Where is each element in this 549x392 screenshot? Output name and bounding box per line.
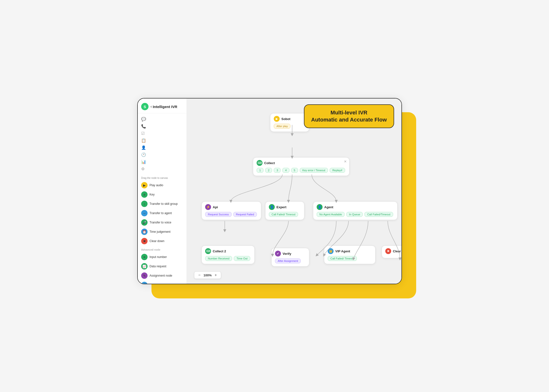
play-audio-icon: ▶	[141, 182, 148, 188]
collect-node[interactable]: ✕ ⌨ Collect 1 2 3 4 5 Key error / Timeou…	[253, 157, 349, 176]
node-data-request[interactable]: 📈 Data request	[140, 262, 184, 271]
sidebar-header: S ‹ Intelligent IVR	[138, 103, 187, 113]
agent-title: Agent	[324, 205, 333, 209]
sobot-node[interactable]: ▶ Sobot After play	[270, 113, 309, 132]
node-transfer-skill[interactable]: ↕ Transfer to skill group	[140, 199, 184, 208]
data-request-label: Data request	[150, 265, 166, 268]
api-badge-success: Request Success	[205, 212, 232, 217]
data-request-icon: 📈	[141, 263, 148, 270]
collect2-node-header: ⌨ Collect 2	[205, 248, 251, 254]
sidebar-icon-check[interactable]: ☑	[140, 130, 184, 137]
collect2-title: Collect 2	[213, 249, 226, 253]
api-title: Api	[213, 205, 218, 209]
back-arrow-icon: ‹	[150, 104, 152, 109]
expert-node[interactable]: 👤 Expert Call Failed/ Timeout	[265, 201, 304, 220]
key-icon: #	[141, 191, 148, 198]
advanced-section-label: Advanced node	[138, 246, 187, 252]
time-judgement-icon: ⏰	[141, 229, 148, 235]
api-badges: Request Success Request Failed	[205, 211, 258, 217]
node-transfer-voice[interactable]: 🎤 Transfer to voice	[140, 218, 184, 227]
node-transfer-agent[interactable]: ↔ Transfer to agent	[140, 209, 184, 218]
api-node-header: ⚡ Api	[205, 204, 258, 210]
clear-down-node-header: ✖ Clear Down	[385, 248, 401, 254]
branch-label: Branch	[150, 283, 159, 284]
collect-key-5: 5	[291, 168, 298, 173]
clear-down-node[interactable]: ✖ Clear Down	[382, 245, 401, 258]
sobot-badge: After play	[274, 124, 290, 129]
agent-badge-no-agent: No Agent Available	[317, 212, 345, 217]
vip-agent-icon: 👑	[328, 248, 334, 254]
agent-node[interactable]: 👤 Agent No Agent Available In Queue Call…	[313, 201, 398, 220]
collect-key-error: Key error / Timeout	[300, 168, 328, 173]
collect2-badge-timeout: Time Out	[234, 256, 250, 261]
sidebar-icon-chat[interactable]: 💬	[140, 116, 184, 122]
verify-badge: After Assignment	[275, 258, 301, 263]
sidebar-icon-clock[interactable]: 🕐	[140, 151, 184, 158]
transfer-skill-icon: ↕	[141, 201, 148, 207]
sidebar-icon-strip: 💬 📞 ☑ 📋 👤 🕐 📊	[138, 113, 187, 175]
sidebar-icon-gear[interactable]: ⚙	[140, 166, 184, 172]
node-play-audio[interactable]: ▶ Play audio	[140, 181, 184, 190]
collect-close-button[interactable]: ✕	[344, 159, 347, 163]
collect2-icon: ⌨	[205, 248, 211, 254]
sidebar-icon-chart[interactable]: 📊	[140, 159, 184, 165]
zoom-out-button[interactable]: −	[197, 273, 201, 277]
sidebar: S ‹ Intelligent IVR 💬 📞 ☑ 📋	[138, 98, 187, 284]
time-judgement-label: Time judgement	[150, 230, 171, 233]
node-clear-down[interactable]: ✖ Clear down	[140, 237, 184, 245]
clear-down-node-icon: ✖	[385, 248, 391, 254]
vip-agent-badge: Call Failed/ Timeout	[328, 256, 357, 261]
transfer-agent-label: Transfer to agent	[150, 211, 172, 215]
avatar: S	[141, 103, 149, 110]
collect-key-replay: Replay#	[330, 168, 345, 173]
key-label: Key	[150, 193, 155, 196]
expert-node-header: 👤 Expert	[269, 204, 301, 210]
collect-key-3: 3	[274, 168, 281, 173]
input-number-icon: ≡	[141, 254, 148, 260]
sobot-icon: ▶	[274, 116, 280, 122]
api-node[interactable]: ⚡ Api Request Success Request Failed	[201, 201, 261, 220]
collect-key-1: 1	[257, 168, 263, 173]
sidebar-icon-phone[interactable]: 📞	[140, 123, 184, 130]
transfer-skill-label: Transfer to skill group	[150, 202, 178, 206]
input-number-label: Input number	[150, 255, 167, 259]
node-key[interactable]: # Key	[140, 190, 184, 199]
sidebar-icon-user[interactable]: 👤	[140, 144, 184, 151]
transfer-voice-icon: 🎤	[141, 219, 148, 226]
sobot-node-header: ▶ Sobot	[274, 116, 306, 122]
vip-agent-node-header: 👑 VIP Agent	[328, 248, 372, 254]
canvas-area[interactable]: Multi-level IVR Automatic and Accurate F…	[187, 98, 401, 284]
node-assignment[interactable]: ✎ Assignment node	[140, 271, 184, 280]
vip-agent-badges: Call Failed/ Timeout	[328, 256, 372, 261]
agent-node-header: 👤 Agent	[317, 204, 394, 210]
verify-node[interactable]: ✔ Verify After Assignment	[271, 248, 309, 267]
main-card: S ‹ Intelligent IVR 💬 📞 ☑ 📋	[137, 98, 402, 284]
vip-agent-node[interactable]: 👑 VIP Agent Call Failed/ Timeout	[324, 245, 375, 264]
sidebar-icon-clipboard[interactable]: 📋	[140, 137, 184, 144]
play-audio-label: Play audio	[150, 184, 163, 187]
back-button[interactable]: ‹ Intelligent IVR	[150, 104, 177, 109]
collect-badges: 1 2 3 4 5 Key error / Timeout Replay#	[257, 167, 346, 173]
agent-badge-failed: Call Failed/Timeout	[364, 212, 393, 217]
collect2-node[interactable]: ⌨ Collect 2 Number Received Time Out	[201, 245, 255, 264]
clear-down-title: Clear Down	[393, 249, 401, 253]
advanced-node-list: ≡ Input number 📈 Data request ✎ Assignme…	[138, 252, 187, 284]
node-time-judgement[interactable]: ⏰ Time judgement	[140, 227, 184, 236]
callout-line2: Automatic and Accurate Flow	[311, 116, 387, 123]
zoom-level: 100%	[203, 273, 212, 277]
zoom-controls: − 100% +	[194, 271, 221, 279]
callout-box: Multi-level IVR Automatic and Accurate F…	[304, 104, 394, 128]
node-input-number[interactable]: ≡ Input number	[140, 253, 184, 261]
transfer-agent-icon: ↔	[141, 210, 148, 216]
agent-badges: No Agent Available In Queue Call Failed/…	[317, 211, 394, 217]
verify-icon: ✔	[275, 251, 281, 257]
agent-icon: 👤	[317, 204, 323, 210]
collect-title: Collect	[264, 161, 275, 165]
transfer-voice-label: Transfer to voice	[150, 221, 171, 224]
collect2-badge-received: Number Received	[205, 256, 232, 261]
collect-key-4: 4	[282, 168, 289, 173]
agent-badge-queue: In Queue	[346, 212, 363, 217]
api-badge-failed: Request Failed	[233, 212, 257, 217]
node-branch[interactable]: ⑂ Branch	[140, 281, 184, 284]
zoom-in-button[interactable]: +	[214, 273, 218, 277]
